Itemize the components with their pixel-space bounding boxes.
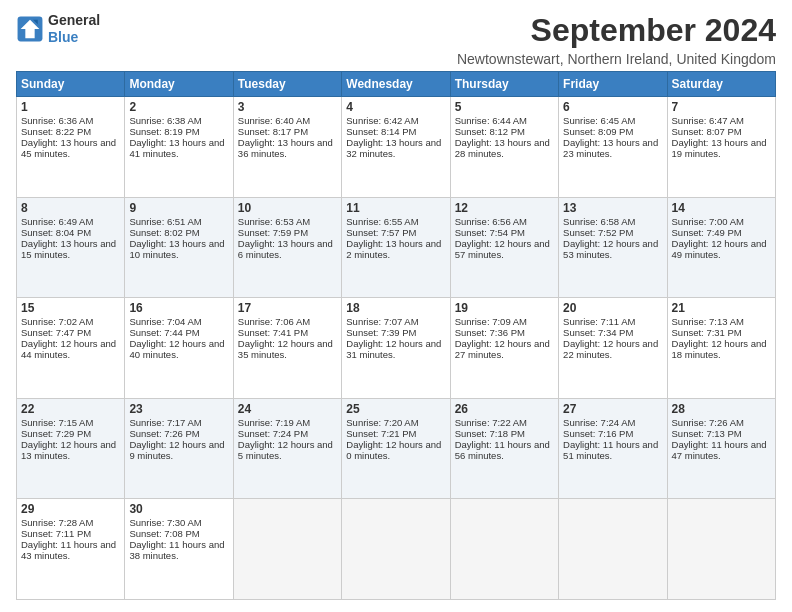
- calendar-cell: [667, 499, 775, 600]
- day-number: 18: [346, 301, 445, 315]
- sunrise: Sunrise: 6:42 AM: [346, 115, 418, 126]
- sunset: Sunset: 7:29 PM: [21, 428, 91, 439]
- sunset: Sunset: 7:44 PM: [129, 327, 199, 338]
- daylight: Daylight: 12 hours and 49 minutes.: [672, 238, 767, 260]
- sunset: Sunset: 8:02 PM: [129, 227, 199, 238]
- daylight: Daylight: 12 hours and 44 minutes.: [21, 338, 116, 360]
- sunset: Sunset: 8:04 PM: [21, 227, 91, 238]
- calendar-cell: 21Sunrise: 7:13 AMSunset: 7:31 PMDayligh…: [667, 298, 775, 399]
- day-number: 6: [563, 100, 662, 114]
- calendar-cell: 27Sunrise: 7:24 AMSunset: 7:16 PMDayligh…: [559, 398, 667, 499]
- day-number: 25: [346, 402, 445, 416]
- daylight: Daylight: 12 hours and 22 minutes.: [563, 338, 658, 360]
- sunset: Sunset: 8:09 PM: [563, 126, 633, 137]
- day-header-tuesday: Tuesday: [233, 72, 341, 97]
- sunrise: Sunrise: 6:53 AM: [238, 216, 310, 227]
- sunrise: Sunrise: 7:22 AM: [455, 417, 527, 428]
- calendar-cell: 13Sunrise: 6:58 AMSunset: 7:52 PMDayligh…: [559, 197, 667, 298]
- page: General Blue September 2024 Newtownstewa…: [0, 0, 792, 612]
- day-number: 12: [455, 201, 554, 215]
- sunset: Sunset: 7:24 PM: [238, 428, 308, 439]
- header: General Blue September 2024 Newtownstewa…: [16, 12, 776, 67]
- calendar-cell: 7Sunrise: 6:47 AMSunset: 8:07 PMDaylight…: [667, 97, 775, 198]
- daylight: Daylight: 12 hours and 18 minutes.: [672, 338, 767, 360]
- calendar-week-row: 22Sunrise: 7:15 AMSunset: 7:29 PMDayligh…: [17, 398, 776, 499]
- calendar-cell: 24Sunrise: 7:19 AMSunset: 7:24 PMDayligh…: [233, 398, 341, 499]
- calendar-cell: 14Sunrise: 7:00 AMSunset: 7:49 PMDayligh…: [667, 197, 775, 298]
- day-number: 16: [129, 301, 228, 315]
- calendar-cell: 5Sunrise: 6:44 AMSunset: 8:12 PMDaylight…: [450, 97, 558, 198]
- sunrise: Sunrise: 7:00 AM: [672, 216, 744, 227]
- sunset: Sunset: 7:49 PM: [672, 227, 742, 238]
- sunset: Sunset: 7:08 PM: [129, 528, 199, 539]
- daylight: Daylight: 12 hours and 27 minutes.: [455, 338, 550, 360]
- calendar-cell: 16Sunrise: 7:04 AMSunset: 7:44 PMDayligh…: [125, 298, 233, 399]
- day-number: 4: [346, 100, 445, 114]
- calendar-cell: 25Sunrise: 7:20 AMSunset: 7:21 PMDayligh…: [342, 398, 450, 499]
- daylight: Daylight: 11 hours and 38 minutes.: [129, 539, 224, 561]
- calendar-cell: 29Sunrise: 7:28 AMSunset: 7:11 PMDayligh…: [17, 499, 125, 600]
- sunset: Sunset: 7:47 PM: [21, 327, 91, 338]
- day-number: 28: [672, 402, 771, 416]
- sunrise: Sunrise: 7:09 AM: [455, 316, 527, 327]
- daylight: Daylight: 12 hours and 35 minutes.: [238, 338, 333, 360]
- day-number: 22: [21, 402, 120, 416]
- daylight: Daylight: 12 hours and 57 minutes.: [455, 238, 550, 260]
- daylight: Daylight: 13 hours and 32 minutes.: [346, 137, 441, 159]
- daylight: Daylight: 12 hours and 9 minutes.: [129, 439, 224, 461]
- daylight: Daylight: 12 hours and 0 minutes.: [346, 439, 441, 461]
- sunrise: Sunrise: 7:24 AM: [563, 417, 635, 428]
- sunset: Sunset: 8:14 PM: [346, 126, 416, 137]
- sunrise: Sunrise: 7:20 AM: [346, 417, 418, 428]
- calendar-week-row: 8Sunrise: 6:49 AMSunset: 8:04 PMDaylight…: [17, 197, 776, 298]
- sunrise: Sunrise: 7:15 AM: [21, 417, 93, 428]
- calendar-cell: [233, 499, 341, 600]
- daylight: Daylight: 13 hours and 36 minutes.: [238, 137, 333, 159]
- day-number: 1: [21, 100, 120, 114]
- calendar-cell: [342, 499, 450, 600]
- logo-line2: Blue: [48, 29, 100, 46]
- day-number: 3: [238, 100, 337, 114]
- sunset: Sunset: 7:54 PM: [455, 227, 525, 238]
- sunrise: Sunrise: 7:04 AM: [129, 316, 201, 327]
- day-number: 27: [563, 402, 662, 416]
- day-number: 17: [238, 301, 337, 315]
- logo-icon: [16, 15, 44, 43]
- calendar-cell: 23Sunrise: 7:17 AMSunset: 7:26 PMDayligh…: [125, 398, 233, 499]
- sunset: Sunset: 7:52 PM: [563, 227, 633, 238]
- day-number: 5: [455, 100, 554, 114]
- calendar-cell: 17Sunrise: 7:06 AMSunset: 7:41 PMDayligh…: [233, 298, 341, 399]
- sunset: Sunset: 7:13 PM: [672, 428, 742, 439]
- sunrise: Sunrise: 6:56 AM: [455, 216, 527, 227]
- sunset: Sunset: 7:18 PM: [455, 428, 525, 439]
- sunrise: Sunrise: 6:55 AM: [346, 216, 418, 227]
- sunset: Sunset: 7:57 PM: [346, 227, 416, 238]
- day-header-friday: Friday: [559, 72, 667, 97]
- day-number: 7: [672, 100, 771, 114]
- daylight: Daylight: 12 hours and 5 minutes.: [238, 439, 333, 461]
- sunrise: Sunrise: 7:11 AM: [563, 316, 635, 327]
- daylight: Daylight: 11 hours and 51 minutes.: [563, 439, 658, 461]
- calendar-cell: 22Sunrise: 7:15 AMSunset: 7:29 PMDayligh…: [17, 398, 125, 499]
- sunset: Sunset: 7:34 PM: [563, 327, 633, 338]
- sunset: Sunset: 7:36 PM: [455, 327, 525, 338]
- calendar-cell: 3Sunrise: 6:40 AMSunset: 8:17 PMDaylight…: [233, 97, 341, 198]
- sunset: Sunset: 7:11 PM: [21, 528, 91, 539]
- day-header-sunday: Sunday: [17, 72, 125, 97]
- daylight: Daylight: 13 hours and 28 minutes.: [455, 137, 550, 159]
- day-number: 11: [346, 201, 445, 215]
- sunrise: Sunrise: 6:47 AM: [672, 115, 744, 126]
- daylight: Daylight: 13 hours and 15 minutes.: [21, 238, 116, 260]
- calendar-cell: [450, 499, 558, 600]
- logo-line1: General: [48, 12, 100, 29]
- calendar-cell: 2Sunrise: 6:38 AMSunset: 8:19 PMDaylight…: [125, 97, 233, 198]
- sunrise: Sunrise: 6:38 AM: [129, 115, 201, 126]
- calendar-week-row: 1Sunrise: 6:36 AMSunset: 8:22 PMDaylight…: [17, 97, 776, 198]
- daylight: Daylight: 13 hours and 2 minutes.: [346, 238, 441, 260]
- day-number: 15: [21, 301, 120, 315]
- sunset: Sunset: 7:16 PM: [563, 428, 633, 439]
- daylight: Daylight: 12 hours and 13 minutes.: [21, 439, 116, 461]
- calendar-cell: 18Sunrise: 7:07 AMSunset: 7:39 PMDayligh…: [342, 298, 450, 399]
- day-number: 14: [672, 201, 771, 215]
- sunrise: Sunrise: 7:19 AM: [238, 417, 310, 428]
